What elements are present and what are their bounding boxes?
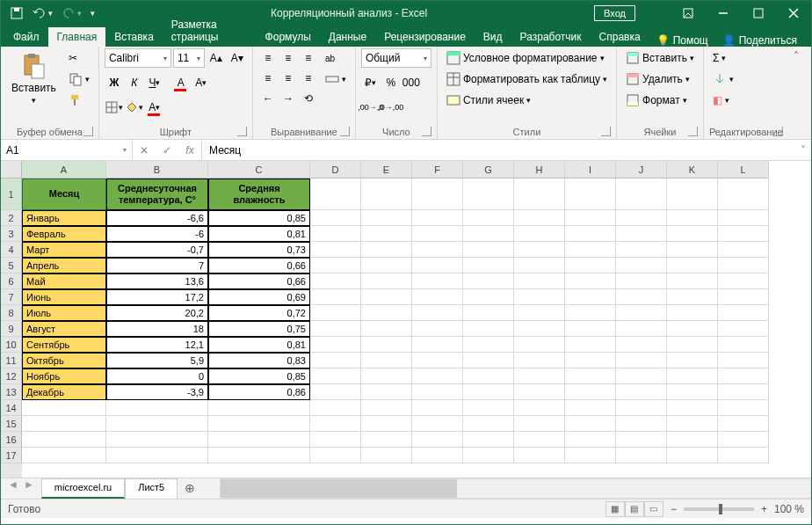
empty-cell[interactable]: [718, 289, 769, 305]
empty-cell[interactable]: [565, 210, 616, 226]
empty-cell[interactable]: [718, 353, 769, 368]
empty-cell[interactable]: [310, 305, 361, 321]
sheet-tab-2[interactable]: Лист5: [125, 478, 178, 499]
empty-cell[interactable]: [616, 242, 667, 258]
empty-cell[interactable]: [310, 400, 361, 416]
month-cell-9[interactable]: Октябрь: [22, 353, 106, 368]
empty-cell[interactable]: [718, 258, 769, 273]
temp-cell-11[interactable]: -3,9: [106, 384, 208, 400]
empty-cell[interactable]: [361, 368, 412, 384]
format-as-table-button[interactable]: Форматировать как таблицу▾: [443, 69, 611, 89]
empty-cell[interactable]: [361, 289, 412, 305]
temp-cell-7[interactable]: 18: [106, 321, 208, 337]
tab-view[interactable]: Вид: [475, 27, 511, 47]
empty-cell[interactable]: [616, 179, 667, 210]
paste-button[interactable]: Вставить ▾: [6, 48, 62, 108]
humidity-cell-2[interactable]: 0,73: [208, 242, 310, 258]
column-header-F[interactable]: F: [412, 161, 463, 179]
row-header-8[interactable]: 8: [1, 305, 22, 321]
empty-cell[interactable]: [667, 226, 718, 242]
tab-formulas[interactable]: Формулы: [257, 27, 320, 47]
empty-cell[interactable]: [514, 258, 565, 273]
empty-cell[interactable]: [718, 448, 769, 463]
empty-cell[interactable]: [667, 368, 718, 384]
row-header-6[interactable]: 6: [1, 273, 22, 289]
empty-cell[interactable]: [310, 321, 361, 337]
empty-cell[interactable]: [565, 400, 616, 416]
row-header-4[interactable]: 4: [1, 242, 22, 258]
empty-cell[interactable]: [361, 432, 412, 448]
sheet-tab-1[interactable]: microexcel.ru: [41, 478, 125, 499]
column-header-C[interactable]: C: [208, 161, 310, 179]
number-format-combo[interactable]: Общий▾: [361, 48, 431, 68]
cancel-formula-button[interactable]: ✕: [133, 144, 156, 157]
empty-cell[interactable]: [565, 368, 616, 384]
header-cell-1[interactable]: Среднесуточная температура, С°: [106, 179, 208, 210]
zoom-slider[interactable]: [684, 507, 754, 511]
cut-button[interactable]: ✂: [65, 48, 93, 68]
humidity-cell-10[interactable]: 0,85: [208, 368, 310, 384]
empty-cell[interactable]: [565, 321, 616, 337]
empty-cell[interactable]: [718, 242, 769, 258]
minimize-button[interactable]: [706, 1, 741, 26]
tab-data[interactable]: Данные: [320, 27, 375, 47]
enter-formula-button[interactable]: ✓: [156, 144, 178, 157]
empty-cell[interactable]: [412, 321, 463, 337]
row-header-11[interactable]: 11: [1, 353, 22, 368]
empty-cell[interactable]: [667, 258, 718, 273]
underline-button[interactable]: Ч▾: [145, 73, 164, 92]
empty-cell[interactable]: [514, 384, 565, 400]
empty-cell[interactable]: [412, 289, 463, 305]
row-header-17[interactable]: 17: [1, 448, 22, 463]
month-cell-11[interactable]: Декабрь: [22, 384, 106, 400]
autosum-button[interactable]: Σ▾: [709, 48, 729, 68]
empty-cell[interactable]: [667, 432, 718, 448]
column-header-B[interactable]: B: [106, 161, 208, 179]
month-cell-8[interactable]: Сентябрь: [22, 337, 106, 353]
empty-cell[interactable]: [616, 400, 667, 416]
empty-cell[interactable]: [361, 242, 412, 258]
empty-cell[interactable]: [412, 210, 463, 226]
empty-cell[interactable]: [106, 416, 208, 432]
column-header-I[interactable]: I: [565, 161, 616, 179]
tab-help[interactable]: Справка: [591, 27, 649, 47]
fill-button[interactable]: ▾: [709, 69, 737, 89]
empty-cell[interactable]: [412, 400, 463, 416]
empty-cell[interactable]: [310, 179, 361, 210]
empty-cell[interactable]: [463, 448, 514, 463]
percent-button[interactable]: %: [381, 73, 401, 92]
empty-cell[interactable]: [310, 210, 361, 226]
empty-cell[interactable]: [310, 448, 361, 463]
empty-cell[interactable]: [667, 400, 718, 416]
row-header-14[interactable]: 14: [1, 400, 22, 416]
empty-cell[interactable]: [616, 448, 667, 463]
empty-cell[interactable]: [361, 258, 412, 273]
empty-cell[interactable]: [616, 258, 667, 273]
empty-cell[interactable]: [718, 179, 769, 210]
empty-cell[interactable]: [565, 432, 616, 448]
empty-cell[interactable]: [616, 273, 667, 289]
align-top-button[interactable]: ≡: [258, 48, 278, 68]
empty-cell[interactable]: [361, 448, 412, 463]
add-sheet-button[interactable]: ⊕: [178, 478, 202, 499]
row-header-15[interactable]: 15: [1, 416, 22, 432]
row-header-13[interactable]: 13: [1, 384, 22, 400]
bold-button[interactable]: Ж: [105, 73, 124, 92]
insert-cells-button[interactable]: Вставить▾: [622, 48, 698, 68]
month-cell-4[interactable]: Май: [22, 273, 106, 289]
empty-cell[interactable]: [106, 400, 208, 416]
empty-cell[interactable]: [565, 179, 616, 210]
empty-cell[interactable]: [361, 416, 412, 432]
empty-cell[interactable]: [667, 416, 718, 432]
maximize-button[interactable]: [741, 1, 776, 26]
empty-cell[interactable]: [616, 432, 667, 448]
empty-cell[interactable]: [616, 321, 667, 337]
empty-cell[interactable]: [565, 305, 616, 321]
orientation-button[interactable]: ⟲: [299, 89, 318, 108]
empty-cell[interactable]: [412, 273, 463, 289]
decrease-decimal-button[interactable]: ,0→,00: [381, 98, 401, 117]
empty-cell[interactable]: [718, 416, 769, 432]
empty-cell[interactable]: [565, 448, 616, 463]
empty-cell[interactable]: [208, 416, 310, 432]
temp-cell-5[interactable]: 17,2: [106, 289, 208, 305]
